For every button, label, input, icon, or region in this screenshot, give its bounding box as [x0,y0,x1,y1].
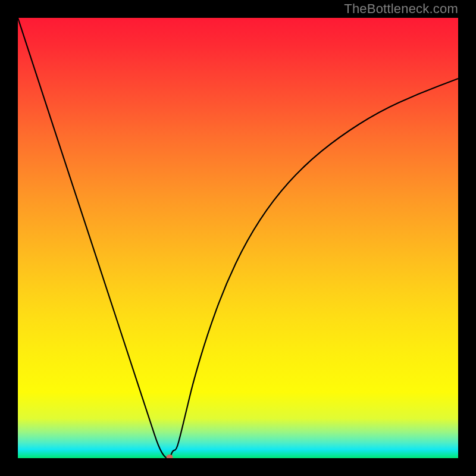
curve-svg [18,18,458,458]
plot-area [18,18,458,458]
bottleneck-curve [18,18,458,458]
optimal-point-marker [167,455,173,458]
watermark-text: TheBottleneck.com [344,1,458,17]
chart-frame: TheBottleneck.com [0,0,476,476]
